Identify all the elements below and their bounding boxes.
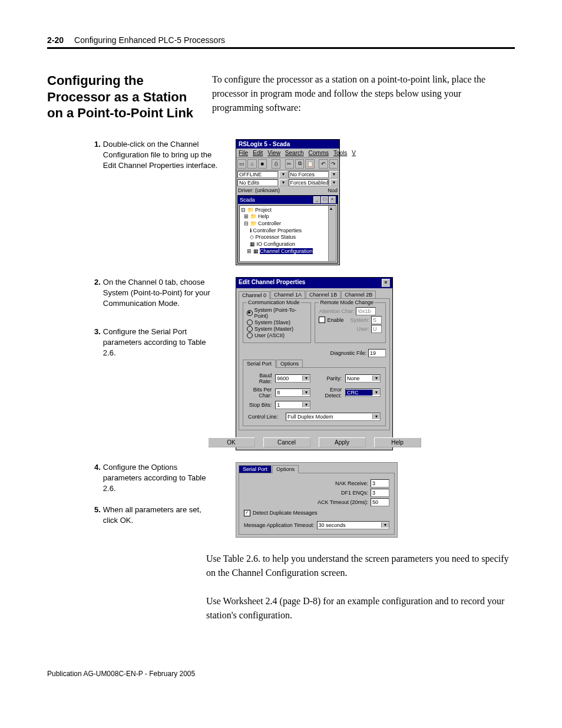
rslogix-window: RSLogix 5 - Scada File Edit View Search … [236, 139, 340, 265]
radio-ascii[interactable] [247, 332, 253, 338]
enq-field[interactable]: 3 [371, 489, 389, 497]
dialog-title: Edit Channel Properties [239, 279, 305, 287]
ok-button[interactable]: OK [208, 437, 255, 447]
cut-icon[interactable]: ✂ [285, 159, 294, 169]
step-text: Double-click on the Channel Configuratio… [103, 139, 218, 172]
tab-channel-1a[interactable]: Channel 1A [270, 291, 305, 298]
step-num: 5. [94, 505, 101, 526]
tab-channel-0[interactable]: Channel 0 [239, 291, 270, 299]
paragraph-2: Use Worksheet 2.4 (page D-8) for an exam… [206, 594, 515, 622]
inner-window: Scada _ □ × ⊟ 📁 Project ⊞ 📁 Help ⊟ 📁 Con… [237, 195, 338, 263]
subtab-serial[interactable]: Serial Port [239, 465, 272, 473]
chevron-down-icon: ▾ [381, 522, 389, 528]
close-icon[interactable]: × [382, 279, 390, 287]
radio-label: System (Point-To-Point) [254, 307, 308, 319]
menu-tools[interactable]: Tools [333, 150, 347, 156]
group-title: Communication Mode [247, 299, 301, 305]
stop-dropdown[interactable]: 1▾ [275, 401, 310, 409]
edit-channel-dialog: Edit Channel Properties × Channel 0 Chan… [236, 277, 393, 450]
tree-controller-properties[interactable]: Controller Properties [253, 228, 302, 233]
menu-v[interactable]: V [352, 150, 356, 156]
msg-timeout-dropdown[interactable]: 30 seconds▾ [317, 521, 389, 529]
dup-checkbox[interactable]: ✓ [244, 510, 250, 516]
diag-field[interactable]: 19 [368, 349, 386, 357]
tab-channel-2b[interactable]: Channel 2B [341, 291, 376, 298]
radio-label: System (Master) [254, 326, 293, 332]
dropdown-icon[interactable]: ▾ [279, 171, 287, 178]
save-icon[interactable]: ■ [258, 159, 267, 169]
step-5: 5. When all parameters are set, click OK… [94, 505, 218, 526]
error-dropdown[interactable]: CRC▾ [345, 388, 381, 397]
page-number: 2-20 [47, 35, 64, 45]
cancel-button[interactable]: Cancel [263, 437, 310, 447]
ack-label: ACK Timeout (20ms): [318, 499, 368, 505]
enable-checkbox[interactable] [319, 317, 325, 323]
menu-bar[interactable]: File Edit View Search Comms Tools V [236, 149, 339, 158]
intro-paragraph: To configure the processor as a station … [212, 73, 515, 121]
redo-icon[interactable]: ↷ [329, 159, 338, 169]
radio-slave[interactable] [247, 319, 253, 325]
step-3: 3. Configure the Serial Port parameters … [94, 327, 218, 359]
radio-master[interactable] [247, 326, 253, 332]
step-text: Configure the Options parameters accordi… [103, 462, 218, 495]
copy-icon[interactable]: ⧉ [295, 159, 304, 169]
step-num: 1. [94, 139, 101, 172]
tree-processor-status[interactable]: Processor Status [256, 234, 296, 240]
nak-field[interactable]: 3 [371, 479, 389, 487]
msg-timeout-label: Message Application Timeout: [244, 522, 315, 528]
tree-help[interactable]: Help [258, 213, 269, 219]
menu-edit[interactable]: Edit [253, 150, 263, 156]
step-num: 3. [94, 327, 101, 359]
dup-label: Detect Duplicate Messages [253, 510, 318, 516]
dropdown-icon[interactable]: ▾ [279, 179, 287, 186]
paragraph-1: Use Table 2.6. to help you understand th… [206, 552, 515, 580]
menu-search[interactable]: Search [285, 150, 304, 156]
tree-controller[interactable]: Controller [258, 220, 281, 226]
parity-dropdown[interactable]: None▾ [345, 374, 381, 383]
tree-io-configuration[interactable]: IO Configuration [257, 241, 296, 247]
minimize-icon[interactable]: _ [313, 196, 320, 203]
dropdown-icon[interactable]: ▾ [330, 179, 338, 186]
subtab-options[interactable]: Options [272, 465, 299, 473]
tab-channel-1b[interactable]: Channel 1B [306, 291, 340, 298]
window-title: RSLogix 5 - Scada [236, 140, 339, 149]
stop-label: Stop Bits: [248, 402, 272, 408]
control-line-dropdown[interactable]: Full Duplex Modem▾ [286, 413, 381, 421]
paste-icon[interactable]: 📋 [305, 159, 314, 169]
attention-field: \0x1b [356, 307, 376, 315]
ack-field[interactable]: 50 [371, 498, 389, 506]
error-label: Error Detect: [314, 387, 342, 398]
chevron-down-icon: ▾ [372, 414, 380, 419]
menu-view[interactable]: View [267, 150, 280, 156]
maximize-icon[interactable]: □ [321, 196, 328, 203]
print-icon[interactable]: ⎙ [272, 159, 280, 169]
status-noforces: No Forces [289, 171, 329, 178]
project-tree[interactable]: ⊟ 📁 Project ⊞ 📁 Help ⊟ 📁 Controller ℹ Co… [239, 205, 336, 262]
new-icon[interactable]: ▭ [237, 159, 246, 169]
help-button[interactable]: Help [374, 437, 421, 447]
subtab-options[interactable]: Options [276, 360, 303, 368]
close-icon[interactable]: × [329, 196, 336, 203]
tree-channel-configuration[interactable]: Channel Configuration [260, 248, 313, 254]
options-panel: Serial Port Options NAK Receive:3 DF1 EN… [236, 462, 398, 538]
scrollbar[interactable] [328, 206, 336, 261]
radio-p2p[interactable] [247, 310, 253, 316]
apply-button[interactable]: Apply [319, 437, 366, 447]
inner-title: Scada [240, 197, 255, 203]
dropdown-icon[interactable]: ▾ [330, 171, 338, 178]
step-4: 4. Configure the Options parameters acco… [94, 462, 218, 495]
chevron-down-icon: ▾ [302, 375, 310, 381]
chapter-title: Configuring Enhanced PLC-5 Processors [74, 35, 225, 45]
baud-dropdown[interactable]: 9600▾ [275, 374, 310, 383]
undo-icon[interactable]: ↶ [319, 159, 328, 169]
toolbar: ▭ ⌂ ■ ⎙ ✂ ⧉ 📋 ↶ ↷ [236, 158, 339, 170]
step-text: Configure the Serial Port parameters acc… [103, 327, 218, 359]
section-heading: Configuring the Processor as a Station o… [47, 73, 194, 121]
subtab-serial[interactable]: Serial Port [243, 360, 276, 368]
bits-dropdown[interactable]: 8▾ [275, 388, 310, 397]
step-text: On the Channel 0 tab, choose System (Poi… [103, 277, 218, 309]
menu-comms[interactable]: Comms [309, 150, 329, 156]
open-icon[interactable]: ⌂ [247, 159, 256, 169]
tree-project[interactable]: Project [255, 207, 272, 213]
menu-file[interactable]: File [239, 150, 248, 156]
